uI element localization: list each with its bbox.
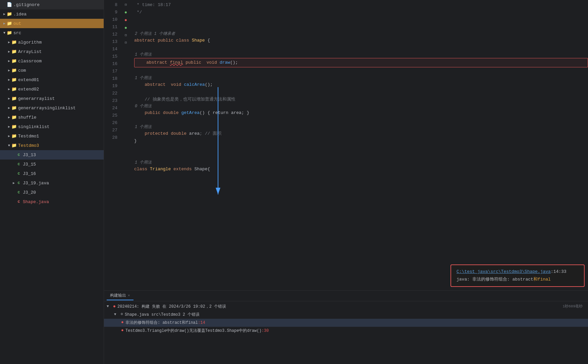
sidebar-item-testdmo1[interactable]: ▶ 📁 Testdmo1 [0, 131, 104, 141]
sidebar-item-com[interactable]: ▶ 📁 com [0, 66, 104, 75]
folder-icon: 📁 [7, 21, 12, 26]
code-line-8: * time: 18:17 [134, 1, 588, 9]
code-line-13 [134, 44, 588, 52]
build-entry-row[interactable]: ▼ ● 20240214: 构建 失败 在 2024/3/26 19:02，2 … [104, 303, 588, 311]
sidebar-item-label: extend02 [18, 87, 39, 92]
sidebar-item-label: out [13, 21, 21, 26]
sidebar-item-label: generarraylist [18, 96, 55, 101]
no-arrow [11, 190, 16, 195]
sidebar-item-singlinklist[interactable]: ▶ 📁 singlinklist [0, 122, 104, 131]
sidebar-item-generarraysinglinklist[interactable]: ▶ 📁 generarraysinglinklist [0, 103, 104, 113]
sidebar-item-label: shuffle [18, 115, 37, 120]
code-text: Triangle [150, 166, 173, 173]
code-text: public [183, 59, 206, 66]
folder-icon: 📁 [11, 68, 17, 73]
chevron-right-icon: ▶ [11, 181, 16, 185]
sidebar-item-j3-16[interactable]: C J3_16 [0, 169, 104, 178]
code-text: { [205, 37, 210, 44]
code-line-26 [134, 152, 588, 160]
panel-content[interactable]: ▼ ● 20240214: 构建 失败 在 2024/3/26 19:02，2 … [104, 301, 588, 364]
sidebar-item-arraylist[interactable]: ▶ 📁 ArrayList [0, 47, 104, 56]
code-line-15 [134, 68, 588, 75]
sidebar-item-idea[interactable]: ▶ 📁 .idea [0, 9, 104, 19]
folder-icon: 📁 [11, 124, 17, 129]
code-content[interactable]: * time: 18:17 */ 2 个用法 1 个继承者 [131, 0, 588, 290]
close-tab-button[interactable]: × [128, 294, 130, 298]
code-text: abstract [136, 59, 170, 66]
sidebar-item-testdmo3[interactable]: ▼ 📁 Testdmo3 [0, 141, 104, 150]
error-file-link[interactable]: C:\test_java\src\Testdmo3\Shape.java [457, 269, 551, 274]
chevron-right-icon: ▶ [7, 115, 11, 120]
code-text: public [134, 109, 163, 117]
chevron-right-icon: ▶ [2, 21, 7, 26]
sidebar-item-algorithm[interactable]: ▶ 📁 algorithm [0, 38, 104, 47]
java-file-icon: C [16, 171, 21, 176]
code-text: draw [220, 59, 230, 66]
shape-entry-row[interactable]: ▼ ⚙ Shape.java src\Testdmo3 2 个错误 [104, 311, 588, 319]
error-row-1[interactable]: ● 非法的修饰符组合: abstract和final:14 [104, 319, 588, 327]
chevron-right-icon: ▶ [7, 59, 11, 63]
error-icon: ● [111, 304, 117, 309]
code-text: void [171, 81, 184, 88]
sidebar-item-shapejava[interactable]: C Shape.java [0, 197, 104, 206]
folder-icon: 📁 [11, 87, 17, 92]
code-line-19: public double getArea() { return area; } [134, 109, 588, 117]
code-line-14: abstract final public void draw(); [134, 58, 588, 67]
sidebar-item-label: src [13, 31, 21, 36]
sidebar-item-j3-20[interactable]: C J3_20 [0, 188, 104, 197]
usage-dot-16[interactable]: ● [124, 25, 127, 31]
usage-dot-12[interactable]: ● [124, 10, 127, 15]
sidebar-item-classroom[interactable]: ▶ 📁 classroom [0, 56, 104, 66]
bottom-panel: 构建输出 × ▼ ● 20240214: 构建 失败 在 2024/3/26 1… [104, 290, 588, 364]
code-text: extends [173, 166, 194, 173]
sidebar-item-gitignore[interactable]: 📄 .gitignore [0, 0, 104, 9]
code-line-23: protected double area; // 面积 [134, 130, 588, 137]
sidebar-item-j3-13[interactable]: C J3_13 [0, 150, 104, 160]
usage-hint-23: 1 个用法 [135, 124, 588, 130]
error-row-2[interactable]: ● Testdmo3.Triangle中的draw()无法覆盖Testdmo3.… [104, 327, 588, 335]
code-line-18: // 抽象类也是类，也可以增加普通方法和属性 [134, 96, 588, 103]
sidebar-item-src[interactable]: ▼ 📁 src [0, 28, 104, 38]
tab-build-output[interactable]: 构建输出 × [107, 291, 133, 300]
java-file-icon: C [16, 181, 21, 185]
sidebar-item-generarraylist[interactable]: ▶ 📁 generarraylist [0, 94, 104, 103]
expand-arrow[interactable]: ▼ [114, 312, 119, 316]
sidebar-item-j3-15[interactable]: C J3_15 [0, 160, 104, 169]
no-arrow [11, 162, 16, 167]
sidebar-item-label: J3_16 [23, 171, 36, 176]
folder-icon: 📁 [11, 96, 17, 101]
file-tree[interactable]: 📄 .gitignore ▶ 📁 .idea ▶ 📁 out ▼ 📁 src ▶… [0, 0, 104, 364]
sidebar-item-label: Testdmo3 [18, 143, 39, 148]
sidebar-item-out[interactable]: ▶ 📁 out [0, 19, 104, 28]
code-text: */ [134, 9, 142, 16]
code-line-11 [134, 23, 588, 31]
sidebar-item-label: extend01 [18, 77, 39, 82]
sidebar-item-label: .idea [13, 12, 26, 17]
sidebar-item-j3-19[interactable]: ▶ C J3_19.java [0, 178, 104, 188]
expand-arrow[interactable]: ▼ [107, 304, 111, 308]
code-text: void [207, 59, 220, 66]
sidebar-item-extend01[interactable]: ▶ 📁 extend01 [0, 75, 104, 84]
code-line-24: } [134, 137, 588, 145]
code-text: // 抽象类也是类，也可以增加普通方法和属性 [134, 96, 235, 103]
error-dot-14[interactable]: ● [124, 17, 127, 23]
error-highlight: 和final [533, 277, 551, 282]
chevron-right-icon: ▶ [7, 124, 11, 129]
chevron-down-icon: ▼ [2, 31, 7, 35]
build-time: 1秒689毫秒 [563, 304, 585, 309]
sidebar-item-extend02[interactable]: ▶ 📁 extend02 [0, 84, 104, 94]
sidebar-item-shuffle[interactable]: ▶ 📁 shuffle [0, 113, 104, 122]
code-text: Shape{ [194, 166, 210, 173]
chevron-right-icon: ▶ [7, 96, 11, 101]
no-arrow [11, 153, 16, 157]
code-text: final [170, 59, 183, 66]
code-line-22 [134, 117, 588, 124]
code-line-25 [134, 145, 588, 152]
code-text: class [134, 166, 150, 173]
sidebar-item-label: singlinklist [18, 124, 50, 129]
sidebar-item-label: ArrayList [18, 49, 42, 54]
chevron-right-icon: ▶ [7, 134, 11, 138]
code-line-10 [134, 16, 588, 23]
java-file-icon: C [16, 162, 21, 167]
error-icon: ● [119, 328, 125, 333]
